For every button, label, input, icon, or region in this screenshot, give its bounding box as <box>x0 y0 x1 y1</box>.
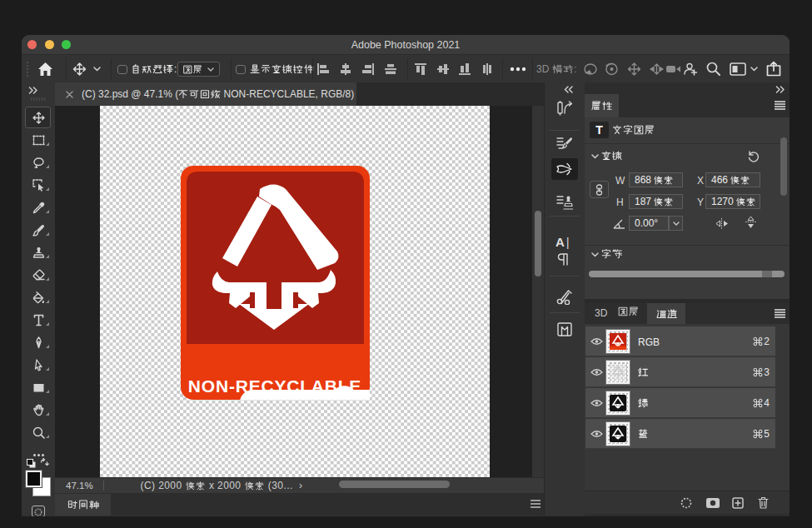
svg-text:NON-RECYCLABLE: NON-RECYCLABLE <box>188 376 361 396</box>
